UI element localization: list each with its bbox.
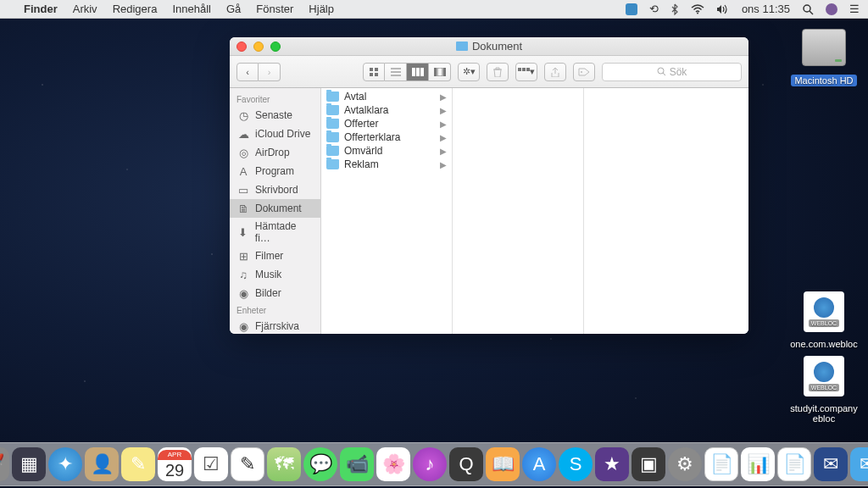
dock-pages[interactable]: 📄 bbox=[704, 447, 738, 481]
dock-mail[interactable]: ✉ bbox=[850, 447, 868, 481]
close-button[interactable] bbox=[236, 42, 247, 52]
dock-appstore[interactable]: A bbox=[522, 447, 556, 481]
back-button[interactable]: ‹ bbox=[236, 63, 259, 81]
folder-omvarld[interactable]: Omvärld▶ bbox=[321, 144, 452, 158]
sidebar-item-senaste[interactable]: ◷Senaste bbox=[230, 106, 320, 125]
folder-icon bbox=[326, 146, 339, 156]
dock-final-cut[interactable]: ▣ bbox=[632, 447, 665, 481]
svg-rect-6 bbox=[375, 73, 378, 76]
dock: ☺ ◉ 🚀 ▦ ✦ 👤 ✎ APR29 ☑ ✎ 🗺 💬 📹 🌸 ♪ Q 📖 A … bbox=[0, 442, 868, 486]
dock-safari[interactable]: ✦ bbox=[48, 447, 82, 481]
minimize-button[interactable] bbox=[253, 42, 264, 52]
sidebar-item-musik[interactable]: ♫Musik bbox=[230, 265, 320, 284]
svg-rect-5 bbox=[370, 73, 373, 76]
dock-calendar[interactable]: APR29 bbox=[158, 447, 192, 481]
share-button[interactable] bbox=[544, 63, 566, 81]
forward-button[interactable]: › bbox=[259, 63, 281, 81]
dock-ibooks[interactable]: 📖 bbox=[486, 447, 520, 481]
webloc-one-com[interactable]: WEBLOC one.com.webloc bbox=[790, 288, 858, 349]
dock-doc[interactable]: 📄 bbox=[777, 447, 811, 481]
svg-rect-16 bbox=[518, 68, 521, 71]
view-list-button[interactable] bbox=[385, 63, 407, 81]
sidebar-item-program[interactable]: AProgram bbox=[230, 162, 320, 180]
view-icon-button[interactable] bbox=[363, 63, 385, 81]
documents-icon: 🗎 bbox=[236, 202, 250, 215]
svg-rect-18 bbox=[526, 68, 530, 71]
dock-facetime[interactable]: 📹 bbox=[340, 447, 374, 481]
menu-ga[interactable]: Gå bbox=[226, 3, 241, 15]
folder-reklam[interactable]: Reklam▶ bbox=[321, 158, 452, 171]
sidebar-item-icloud[interactable]: ☁iCloud Drive bbox=[230, 125, 320, 143]
arrange-button[interactable]: ✲▾ bbox=[458, 63, 480, 81]
dock-reminders[interactable]: ☑ bbox=[194, 447, 228, 481]
sidebar-item-filmer[interactable]: ⊞Filmer bbox=[230, 247, 320, 265]
webloc-studyit[interactable]: WEBLOC studyit.company ebloc bbox=[790, 352, 858, 424]
sidebar-item-airdrop[interactable]: ◎AirDrop bbox=[230, 143, 320, 162]
dock-skype[interactable]: S bbox=[559, 447, 593, 481]
chevron-right-icon: ▶ bbox=[440, 92, 447, 102]
tags-button[interactable] bbox=[573, 63, 595, 81]
sidebar-section-favorites: Favoriter bbox=[230, 92, 320, 106]
spotlight-icon[interactable] bbox=[802, 3, 814, 15]
dock-thunderbird[interactable]: ✉ bbox=[814, 447, 848, 481]
group-button[interactable]: ▾ bbox=[515, 63, 537, 81]
dock-mission-control[interactable]: ▦ bbox=[12, 447, 46, 481]
sidebar-item-fjarrskiva[interactable]: ◉Fjärrskiva bbox=[230, 317, 320, 334]
dock-photos[interactable]: 🌸 bbox=[376, 447, 410, 481]
folder-avtalklara[interactable]: Avtalklara▶ bbox=[321, 103, 452, 117]
folder-avtal[interactable]: Avtal▶ bbox=[321, 90, 452, 103]
notification-center-icon[interactable]: ☰ bbox=[849, 3, 860, 15]
view-column-button[interactable] bbox=[407, 63, 429, 81]
timemachine-icon[interactable]: ⟲ bbox=[649, 3, 659, 15]
svg-rect-12 bbox=[420, 68, 424, 76]
sidebar-item-skrivbord[interactable]: ▭Skrivbord bbox=[230, 180, 320, 199]
chevron-right-icon: ▶ bbox=[440, 133, 447, 142]
dock-notes[interactable]: ✎ bbox=[121, 447, 155, 481]
app-menu[interactable]: Finder bbox=[24, 3, 58, 15]
menu-fonster[interactable]: Fönster bbox=[256, 3, 293, 15]
teamviewer-status-icon[interactable] bbox=[626, 3, 637, 15]
macintosh-hd-icon[interactable]: Macintosh HD bbox=[790, 24, 858, 86]
dock-maps[interactable]: 🗺 bbox=[267, 447, 301, 481]
window-titlebar[interactable]: Dokument bbox=[230, 37, 748, 56]
dock-openoffice[interactable]: 📊 bbox=[741, 447, 775, 481]
zoom-button[interactable] bbox=[270, 42, 281, 52]
svg-point-1 bbox=[804, 5, 810, 12]
clock[interactable]: ons 11:35 bbox=[742, 3, 790, 15]
dock-quicktime[interactable]: Q bbox=[449, 447, 483, 481]
menu-innehall[interactable]: Innehåll bbox=[172, 3, 211, 15]
toolbar: ‹ › ✲▾ ▾ Sök bbox=[230, 56, 748, 88]
sidebar-item-dokument[interactable]: 🗎Dokument bbox=[230, 199, 320, 218]
sidebar-item-hamtade[interactable]: ⬇Hämtade fi… bbox=[230, 218, 320, 247]
dock-launchpad[interactable]: 🚀 bbox=[0, 447, 9, 481]
menu-hjalp[interactable]: Hjälp bbox=[309, 3, 334, 15]
sidebar-item-bilder[interactable]: ◉Bilder bbox=[230, 284, 320, 302]
chevron-right-icon: ▶ bbox=[440, 119, 447, 129]
search-input[interactable]: Sök bbox=[602, 63, 742, 81]
wifi-icon[interactable] bbox=[691, 4, 704, 14]
svg-point-20 bbox=[658, 68, 664, 74]
dock-system-preferences[interactable]: ⚙ bbox=[668, 447, 702, 481]
dock-itunes[interactable]: ♪ bbox=[413, 447, 447, 481]
airdrop-icon: ◎ bbox=[236, 146, 250, 159]
delete-button[interactable] bbox=[487, 63, 509, 81]
window-title: Dokument bbox=[472, 40, 522, 53]
sidebar: Favoriter ◷Senaste ☁iCloud Drive ◎AirDro… bbox=[230, 88, 321, 334]
chevron-right-icon: ▶ bbox=[440, 106, 447, 115]
svg-rect-10 bbox=[412, 68, 415, 76]
user-icon[interactable] bbox=[826, 3, 837, 15]
dock-imovie[interactable]: ★ bbox=[595, 447, 629, 481]
bluetooth-icon[interactable] bbox=[670, 3, 679, 15]
desktop-icon-label: Macintosh HD bbox=[791, 75, 856, 86]
folder-offerter[interactable]: Offerter▶ bbox=[321, 117, 452, 130]
dock-contacts[interactable]: 👤 bbox=[85, 447, 119, 481]
volume-icon[interactable] bbox=[716, 4, 730, 14]
svg-rect-3 bbox=[370, 68, 373, 71]
desktop-icon: ▭ bbox=[236, 183, 250, 197]
dock-textedit[interactable]: ✎ bbox=[231, 447, 264, 481]
menu-redigera[interactable]: Redigera bbox=[113, 3, 158, 15]
menu-arkiv[interactable]: Arkiv bbox=[73, 3, 97, 15]
folder-offerterklara[interactable]: Offerterklara▶ bbox=[321, 130, 452, 144]
dock-messages[interactable]: 💬 bbox=[303, 447, 337, 481]
view-gallery-button[interactable] bbox=[429, 63, 451, 81]
